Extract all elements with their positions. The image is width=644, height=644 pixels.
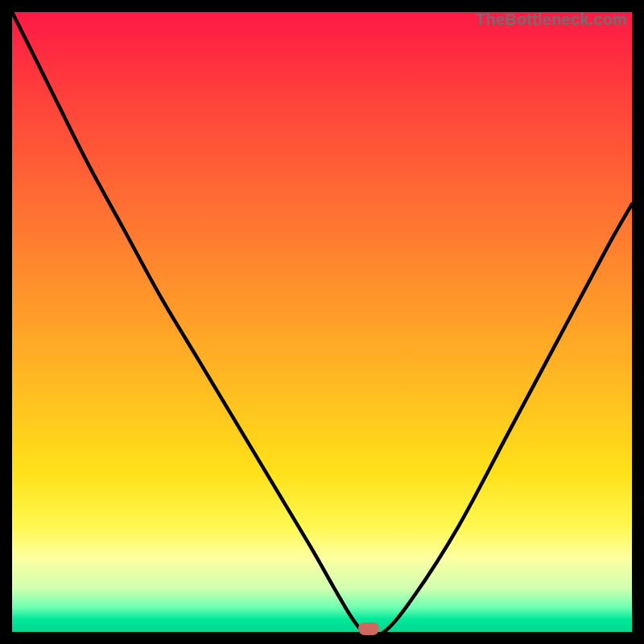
curve-svg [12,12,632,632]
plot-area: TheBottleneck.com [12,12,632,632]
minimum-marker [358,622,379,635]
bottleneck-curve [12,12,632,632]
chart-frame: TheBottleneck.com [0,0,644,644]
